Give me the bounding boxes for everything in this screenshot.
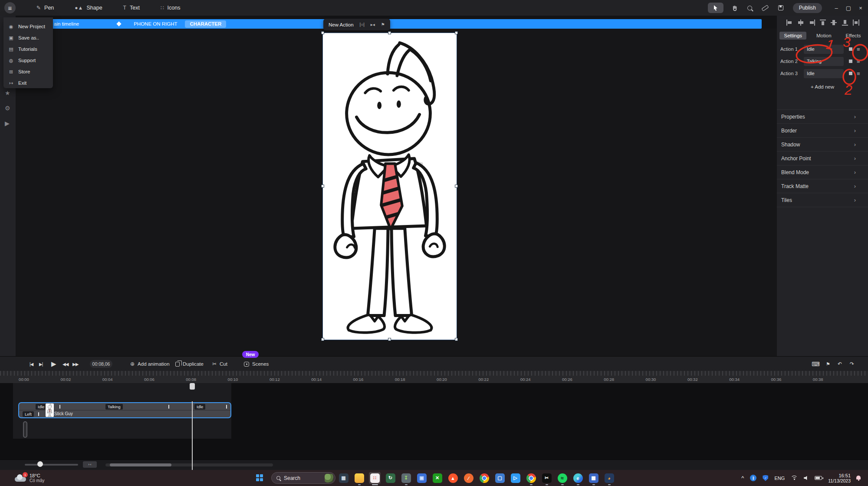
taskbar-app-photos-app[interactable]: ▦: [588, 472, 599, 484]
tab-character-active[interactable]: CHARACTER: [185, 20, 226, 28]
selection-handle[interactable]: [388, 31, 391, 34]
section-track-matte[interactable]: Track Matte›: [777, 179, 868, 193]
timeline-ruler[interactable]: 00:0000:0200:0400:0600:0800:1000:1200:14…: [0, 371, 868, 383]
maximize-button[interactable]: ▢: [844, 5, 853, 11]
redo-button[interactable]: ↷: [850, 357, 854, 371]
taskbar-app-pc-security-app[interactable]: ▣: [416, 472, 427, 484]
taskbar-app-vscode[interactable]: ▷: [510, 472, 521, 484]
skip-to-start-button[interactable]: |◀: [30, 357, 33, 371]
keyboard-shortcuts-button[interactable]: ⌨: [812, 357, 819, 371]
section-border[interactable]: Border›: [777, 124, 868, 138]
align-center-vertical-icon[interactable]: [831, 20, 837, 26]
taskbar-app-orange-tool[interactable]: ∕: [463, 472, 474, 484]
menu-item-new-project[interactable]: ◉New Project: [3, 21, 53, 32]
segment-idle-2[interactable]: Idle: [194, 404, 205, 410]
settings-gear-icon[interactable]: ⚙: [5, 105, 10, 112]
align-left-icon[interactable]: [786, 20, 793, 26]
rewind-button[interactable]: ◀◀: [62, 357, 68, 371]
minimize-button[interactable]: –: [832, 5, 841, 11]
undo-button[interactable]: ↶: [838, 357, 842, 371]
tool-icons[interactable]: ∷Icons: [161, 5, 181, 11]
selection-handle[interactable]: [321, 31, 324, 34]
horizontal-scrollbar-thumb[interactable]: [110, 463, 171, 466]
publish-button[interactable]: Publish: [793, 3, 822, 13]
add-new-action-button[interactable]: + Add new: [777, 84, 868, 89]
hamburger-menu-button[interactable]: ≡: [4, 2, 16, 13]
tab-phone-on-right[interactable]: PHONE ON RIGHT: [134, 21, 177, 26]
action-2-drag-handle-icon[interactable]: ≡: [857, 58, 860, 65]
action-1-drag-handle-icon[interactable]: ≡: [857, 46, 860, 53]
bluetooth-icon[interactable]: ᛒ: [750, 475, 756, 481]
action-3-delete-icon[interactable]: [849, 72, 852, 75]
section-blend-mode[interactable]: Blend Mode›: [777, 165, 868, 179]
menu-item-store[interactable]: ⊞Store: [3, 66, 53, 77]
duplicate-button[interactable]: Duplicate: [175, 357, 204, 371]
collapse-icon[interactable]: ▸◂: [371, 22, 375, 27]
tab-motion[interactable]: Motion: [812, 32, 836, 40]
taskbar-app-design-app[interactable]: ◕: [603, 472, 615, 484]
start-button[interactable]: [256, 474, 263, 482]
action-2-name-input[interactable]: Talking: [804, 57, 844, 66]
menu-item-support[interactable]: ◍Support: [3, 55, 53, 66]
taskbar-app-chrome-dev[interactable]: [525, 472, 537, 484]
taskbar-app-animation-app[interactable]: ∷: [369, 472, 381, 484]
play-button[interactable]: ▶: [51, 357, 56, 371]
weather-widget[interactable]: 1 18°C Có mây: [15, 473, 44, 483]
section-properties[interactable]: Properties›: [777, 110, 868, 124]
align-center-horizontal-icon[interactable]: [798, 20, 804, 26]
save-button[interactable]: [778, 5, 783, 10]
playhead-handle[interactable]: [190, 383, 195, 390]
select-cursor-tool[interactable]: [708, 3, 723, 13]
taskbar-app-spotify[interactable]: ≈: [556, 472, 568, 484]
notifications-bell-icon[interactable]: [856, 476, 861, 481]
zoom-slider-knob[interactable]: [37, 461, 43, 467]
video-icon[interactable]: ▶: [5, 120, 10, 127]
hand-tool[interactable]: [731, 5, 738, 11]
action-3-drag-handle-icon[interactable]: ≡: [857, 70, 860, 77]
taskbar-app-chrome[interactable]: [478, 472, 490, 484]
segment-idle-1[interactable]: Idle: [36, 404, 46, 410]
distribute-icon[interactable]: [853, 20, 859, 26]
action-1-name-input[interactable]: Idle: [804, 45, 844, 54]
section-anchor-point[interactable]: Anchor Point›: [777, 152, 868, 165]
align-right-icon[interactable]: [809, 20, 815, 26]
close-button[interactable]: ×: [856, 5, 865, 11]
add-animation-button[interactable]: ⊕Add animation: [130, 357, 170, 371]
menu-item-exit[interactable]: ↦Exit: [3, 77, 53, 89]
language-indicator[interactable]: ENG: [774, 476, 785, 481]
wifi-icon[interactable]: [791, 476, 798, 480]
taskbar-app-brave-browser[interactable]: ▲: [447, 472, 459, 484]
align-top-icon[interactable]: [820, 20, 826, 26]
tool-shape[interactable]: ●▲Shape: [75, 5, 102, 11]
menu-item-tutorials[interactable]: ▤Tutorials: [3, 43, 53, 55]
scenes-button[interactable]: Scenes: [244, 357, 269, 371]
skip-to-end-button[interactable]: ▶|: [39, 357, 43, 371]
segment-marker[interactable]: [38, 412, 39, 416]
tab-main-timeline[interactable]: ain timeline: [54, 21, 79, 26]
collapsed-track-handle[interactable]: [23, 421, 27, 438]
segment-marker[interactable]: [59, 405, 60, 409]
align-bottom-icon[interactable]: [842, 20, 848, 26]
segment-talking[interactable]: Talking: [105, 404, 123, 410]
expand-width-icon[interactable]: |○|: [360, 22, 365, 27]
layer-thumbnail[interactable]: [46, 403, 54, 417]
segment-marker[interactable]: [168, 405, 169, 409]
taskbar-app-frame-app[interactable]: ▢: [494, 472, 506, 484]
selection-handle[interactable]: [455, 185, 458, 188]
tray-chevron-up-icon[interactable]: ^: [741, 475, 744, 481]
tool-text[interactable]: TText: [123, 5, 140, 11]
zoom-tool[interactable]: [747, 6, 752, 10]
taskbar-app-capcut[interactable]: ✂: [541, 472, 552, 484]
section-shadow[interactable]: Shadow›: [777, 138, 868, 152]
selection-handle[interactable]: [321, 185, 324, 188]
tool-pen[interactable]: ✎Pen: [36, 5, 54, 11]
timeline-zoom-slider[interactable]: [25, 464, 78, 466]
menu-item-save-as[interactable]: ▣Save as..: [3, 32, 53, 43]
segment-marker[interactable]: [226, 405, 227, 409]
security-shield-icon[interactable]: ✓: [763, 475, 768, 481]
selection-handle[interactable]: [455, 338, 458, 341]
action-1-delete-icon[interactable]: [849, 47, 852, 51]
tab-effects[interactable]: Effects: [842, 32, 865, 40]
fast-forward-button[interactable]: ▶▶: [72, 357, 78, 371]
taskbar-search[interactable]: Search: [271, 472, 335, 484]
